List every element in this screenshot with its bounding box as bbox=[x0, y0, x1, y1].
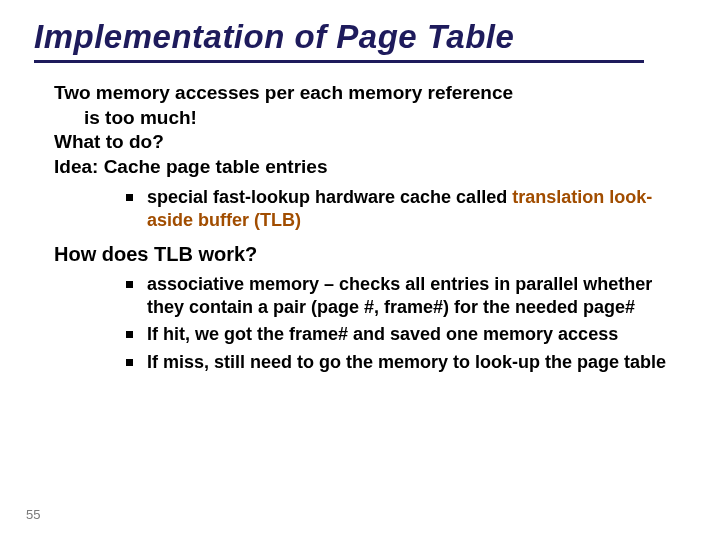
intro-line-2: What to do? bbox=[54, 130, 692, 155]
page-number: 55 bbox=[26, 507, 40, 522]
intro-line-1b: is too much! bbox=[54, 106, 692, 131]
list-item: If miss, still need to go the memory to … bbox=[126, 351, 692, 374]
section-2-title: How does TLB work? bbox=[54, 241, 692, 267]
list-item-text: special fast-lookup hardware cache calle… bbox=[147, 186, 692, 233]
intro-line-3-prefix: Idea: bbox=[54, 156, 104, 177]
intro-line-3-bold: Cache page table entries bbox=[104, 156, 328, 177]
sublist-1: special fast-lookup hardware cache calle… bbox=[54, 186, 692, 233]
list-item: special fast-lookup hardware cache calle… bbox=[126, 186, 692, 233]
square-bullet-icon bbox=[126, 359, 133, 366]
list-item-text: If miss, still need to go the memory to … bbox=[147, 351, 692, 374]
list-item-text: associative memory – checks all entries … bbox=[147, 273, 692, 320]
square-bullet-icon bbox=[126, 194, 133, 201]
title-underline bbox=[34, 60, 644, 63]
list-item-text: If hit, we got the frame# and saved one … bbox=[147, 323, 692, 346]
slide-title: Implementation of Page Table bbox=[34, 18, 692, 56]
slide: Implementation of Page Table Two memory … bbox=[0, 0, 720, 398]
intro-line-1: Two memory accesses per each memory refe… bbox=[54, 81, 692, 106]
square-bullet-icon bbox=[126, 281, 133, 288]
list-item: If hit, we got the frame# and saved one … bbox=[126, 323, 692, 346]
intro-text: Two memory accesses per each memory refe… bbox=[54, 81, 692, 180]
square-bullet-icon bbox=[126, 331, 133, 338]
list-item: associative memory – checks all entries … bbox=[126, 273, 692, 320]
slide-body: Two memory accesses per each memory refe… bbox=[34, 81, 692, 374]
sublist-2: associative memory – checks all entries … bbox=[54, 273, 692, 375]
intro-line-3: Idea: Cache page table entries bbox=[54, 155, 692, 180]
sub1-item1-pre: special fast-lookup hardware cache calle… bbox=[147, 187, 512, 207]
